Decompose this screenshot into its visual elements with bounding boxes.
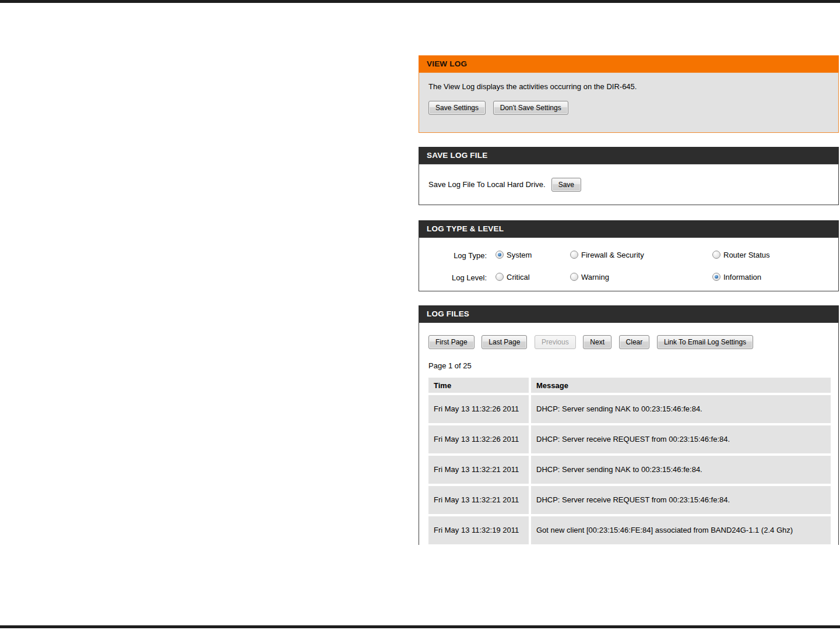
page-indicator: Page 1 of 25	[428, 361, 838, 370]
log-message-cell: DHCP: Server receive REQUEST from 00:23:…	[531, 486, 831, 514]
save-log-file-body: Save Log File To Local Hard Drive. Save	[419, 164, 839, 205]
log-table-header-message: Message	[531, 378, 831, 393]
settings-content-column: VIEW LOG The View Log displays the activ…	[419, 55, 839, 545]
radio-option-critical[interactable]: Critical	[495, 273, 530, 281]
log-table-row: Fri May 13 11:32:26 2011 DHCP: Server se…	[428, 395, 831, 423]
view-log-buttons-row: Save Settings Don't Save Settings	[428, 101, 830, 115]
log-level-label: Log Level:	[419, 273, 487, 282]
log-time-cell: Fri May 13 11:32:26 2011	[428, 395, 529, 423]
log-type-level-body: Log Type: System Firewall & Security Rou…	[419, 237, 839, 291]
page-top-rule	[0, 0, 840, 3]
view-log-body: The View Log displays the activities occ…	[419, 72, 839, 133]
log-files-body: First Page Last Page Previous Next Clear…	[419, 322, 839, 545]
link-to-email-log-settings-button[interactable]: Link To Email Log Settings	[657, 335, 753, 349]
log-table-header-row: Time Message	[428, 378, 831, 393]
log-table-row: Fri May 13 11:32:21 2011 DHCP: Server se…	[428, 456, 831, 484]
log-table-row: Fri May 13 11:32:21 2011 DHCP: Server re…	[428, 486, 831, 514]
log-table-header-time: Time	[428, 378, 529, 393]
next-page-button[interactable]: Next	[583, 335, 611, 349]
log-time-cell: Fri May 13 11:32:21 2011	[428, 456, 529, 484]
clear-log-button[interactable]: Clear	[619, 335, 650, 349]
radio-option-router-status[interactable]: Router Status	[712, 251, 770, 259]
radio-option-label: Warning	[581, 273, 609, 281]
radio-option-label: Firewall & Security	[581, 251, 644, 259]
log-type-row: Log Type: System Firewall & Security Rou…	[419, 250, 838, 265]
save-settings-button[interactable]: Save Settings	[428, 101, 486, 115]
radio-option-label: Information	[723, 273, 761, 281]
log-table-row: Fri May 13 11:32:26 2011 DHCP: Server re…	[428, 425, 831, 453]
radio-icon[interactable]	[570, 251, 578, 259]
radio-option-firewall-security[interactable]: Firewall & Security	[570, 251, 644, 259]
save-log-file-header: SAVE LOG FILE	[419, 147, 839, 164]
radio-icon[interactable]	[570, 273, 578, 281]
log-time-cell: Fri May 13 11:32:19 2011	[428, 516, 529, 544]
page-bottom-rule	[0, 625, 840, 628]
log-message-cell: DHCP: Server sending NAK to 00:23:15:46:…	[531, 395, 831, 423]
last-page-button[interactable]: Last Page	[481, 335, 527, 349]
previous-page-button[interactable]: Previous	[535, 335, 576, 349]
view-log-section: VIEW LOG The View Log displays the activ…	[419, 55, 839, 133]
log-files-section: LOG FILES First Page Last Page Previous …	[419, 305, 839, 545]
save-log-file-section: SAVE LOG FILE Save Log File To Local Har…	[419, 147, 839, 205]
radio-option-label: Router Status	[723, 251, 770, 259]
view-log-header: VIEW LOG	[419, 55, 839, 72]
log-pager-buttons-row: First Page Last Page Previous Next Clear…	[428, 335, 838, 349]
radio-icon[interactable]	[495, 251, 504, 259]
log-level-row: Log Level: Critical Warning Information	[419, 272, 838, 287]
log-time-cell: Fri May 13 11:32:26 2011	[428, 425, 529, 453]
radio-icon[interactable]	[712, 251, 720, 259]
radio-icon[interactable]	[712, 273, 720, 281]
log-type-level-header: LOG TYPE & LEVEL	[419, 220, 839, 237]
dont-save-settings-button[interactable]: Don't Save Settings	[493, 101, 568, 115]
view-log-description: The View Log displays the activities occ…	[428, 82, 830, 91]
radio-option-label: Critical	[507, 273, 530, 281]
log-type-level-section: LOG TYPE & LEVEL Log Type: System Firewa…	[419, 220, 839, 291]
save-log-file-label: Save Log File To Local Hard Drive.	[428, 180, 546, 189]
radio-option-label: System	[507, 251, 532, 259]
log-table-row: Fri May 13 11:32:19 2011 Got new client …	[428, 516, 831, 544]
radio-option-information[interactable]: Information	[712, 273, 761, 281]
log-table: Time Message Fri May 13 11:32:26 2011 DH…	[426, 375, 833, 545]
log-message-cell: Got new client [00:23:15:46:FE:84] assoc…	[531, 516, 831, 544]
radio-icon[interactable]	[495, 273, 504, 281]
radio-option-warning[interactable]: Warning	[570, 273, 609, 281]
log-type-label: Log Type:	[419, 251, 487, 260]
radio-option-system[interactable]: System	[495, 251, 532, 259]
first-page-button[interactable]: First Page	[428, 335, 475, 349]
log-time-cell: Fri May 13 11:32:21 2011	[428, 486, 529, 514]
log-message-cell: DHCP: Server receive REQUEST from 00:23:…	[531, 425, 831, 453]
save-log-button[interactable]: Save	[551, 178, 581, 192]
log-files-header: LOG FILES	[419, 305, 839, 322]
log-message-cell: DHCP: Server sending NAK to 00:23:15:46:…	[531, 456, 831, 484]
